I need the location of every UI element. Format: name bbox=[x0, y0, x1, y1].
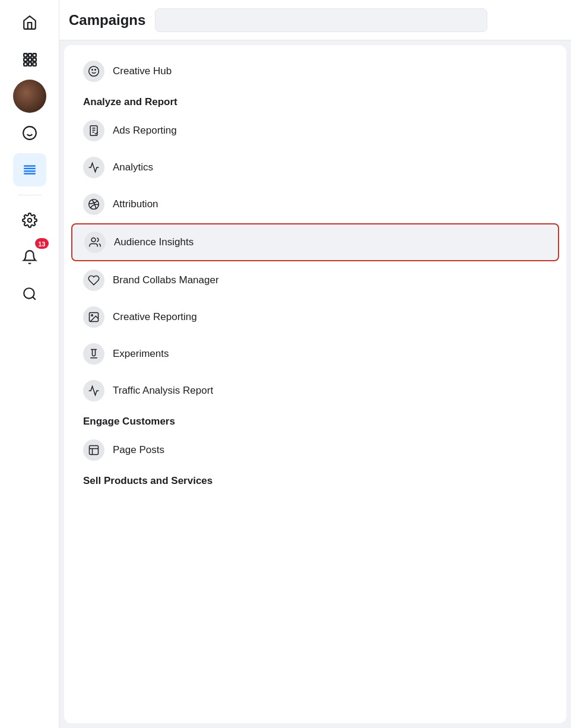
menu-item-ads-reporting[interactable]: Ads Reporting bbox=[71, 113, 559, 148]
svg-rect-0 bbox=[24, 53, 27, 56]
menu-item-experiments[interactable]: Experiments bbox=[71, 336, 559, 372]
svg-point-29 bbox=[91, 315, 93, 316]
menu-item-creative-reporting[interactable]: Creative Reporting bbox=[71, 299, 559, 335]
svg-rect-5 bbox=[33, 58, 36, 61]
traffic-analysis-icon bbox=[83, 380, 104, 401]
search-button[interactable] bbox=[13, 277, 46, 311]
svg-rect-31 bbox=[90, 446, 99, 455]
top-header: Campaigns bbox=[59, 0, 571, 40]
menu-item-brand-collabs[interactable]: Brand Collabs Manager bbox=[71, 262, 559, 298]
notification-badge: 13 bbox=[35, 238, 48, 249]
audience-insights-label: Audience Insights bbox=[114, 236, 193, 248]
svg-point-19 bbox=[89, 67, 99, 77]
analytics-icon bbox=[83, 157, 104, 178]
svg-point-20 bbox=[92, 69, 93, 71]
settings-button[interactable] bbox=[13, 204, 46, 237]
apps-grid-button[interactable] bbox=[13, 43, 46, 76]
notification-wrapper: 13 bbox=[13, 240, 46, 274]
audience-insights-icon bbox=[84, 232, 106, 253]
attribution-label: Attribution bbox=[113, 198, 158, 210]
attribution-icon bbox=[83, 194, 104, 215]
creative-hub-label: Creative Hub bbox=[113, 65, 172, 77]
engage-section-header: Engage Customers bbox=[64, 410, 566, 431]
sell-section-header: Sell Products and Services bbox=[64, 469, 566, 490]
menu-panel: Creative Hub Analyze and Report Ads Repo… bbox=[64, 45, 566, 723]
search-input[interactable] bbox=[155, 8, 487, 32]
analyze-section-header: Analyze and Report bbox=[64, 90, 566, 112]
menu-item-page-posts[interactable]: Page Posts bbox=[71, 432, 559, 468]
svg-rect-6 bbox=[24, 62, 27, 65]
page-posts-icon bbox=[83, 439, 104, 461]
menu-item-analytics[interactable]: Analytics bbox=[71, 150, 559, 185]
experiments-label: Experiments bbox=[113, 348, 169, 360]
creative-reporting-icon bbox=[83, 306, 104, 328]
brand-collabs-icon bbox=[83, 270, 104, 291]
svg-point-27 bbox=[91, 238, 96, 242]
menu-item-creative-hub[interactable]: Creative Hub bbox=[71, 53, 559, 89]
svg-rect-1 bbox=[28, 53, 31, 56]
svg-point-16 bbox=[27, 219, 31, 223]
svg-point-9 bbox=[23, 126, 36, 140]
table-view-button[interactable] bbox=[13, 153, 46, 186]
creative-hub-icon bbox=[83, 61, 104, 82]
experiments-icon bbox=[83, 343, 104, 365]
brand-collabs-label: Brand Collabs Manager bbox=[113, 274, 219, 286]
divider bbox=[18, 195, 42, 195]
avatar[interactable] bbox=[13, 80, 46, 113]
creative-reporting-label: Creative Reporting bbox=[113, 311, 197, 323]
menu-item-traffic-analysis[interactable]: Traffic Analysis Report bbox=[71, 373, 559, 409]
icon-sidebar: 13 bbox=[0, 0, 59, 728]
page-posts-label: Page Posts bbox=[113, 444, 164, 456]
main-area: Campaigns Creative Hub Analyze and Repor… bbox=[59, 0, 571, 728]
svg-rect-8 bbox=[33, 62, 36, 65]
menu-item-audience-insights[interactable]: Audience Insights bbox=[71, 223, 559, 261]
traffic-analysis-label: Traffic Analysis Report bbox=[113, 385, 213, 397]
svg-rect-4 bbox=[28, 58, 31, 61]
svg-rect-3 bbox=[24, 58, 27, 61]
svg-line-18 bbox=[33, 297, 36, 300]
analytics-label: Analytics bbox=[113, 162, 153, 173]
ads-reporting-label: Ads Reporting bbox=[113, 125, 177, 137]
page-title: Campaigns bbox=[69, 12, 145, 29]
svg-rect-7 bbox=[28, 62, 31, 65]
dashboard-button[interactable] bbox=[13, 116, 46, 150]
svg-rect-2 bbox=[33, 53, 36, 56]
ads-reporting-icon bbox=[83, 120, 104, 141]
svg-point-21 bbox=[95, 69, 96, 71]
home-button[interactable] bbox=[13, 6, 46, 39]
svg-point-17 bbox=[24, 288, 34, 298]
menu-item-attribution[interactable]: Attribution bbox=[71, 186, 559, 222]
